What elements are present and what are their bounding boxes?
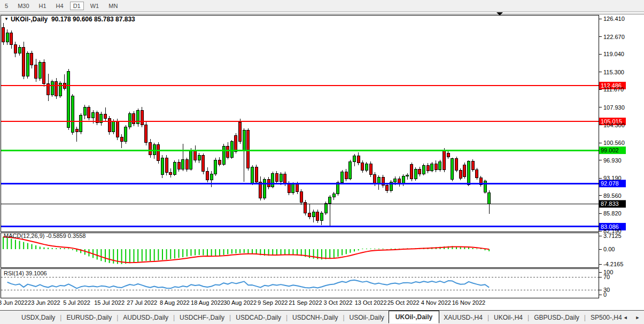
candlestick (210, 174, 213, 180)
date-axis-label: 23 Jun 2022 (28, 299, 60, 306)
candlestick (471, 161, 474, 170)
candlestick (239, 122, 242, 142)
candlestick (488, 192, 491, 204)
candlestick (353, 156, 356, 162)
timeframe-button-W1[interactable]: W1 (87, 2, 103, 10)
candlestick (316, 212, 319, 220)
candlestick (157, 144, 160, 161)
candlestick (251, 167, 254, 183)
tab-gbpusd-daily[interactable]: GBPUSD-,Daily (533, 314, 580, 321)
candlestick (431, 164, 433, 171)
tab-separator: | (343, 314, 344, 321)
candlestick (422, 166, 425, 174)
timeframe-toolbar: 5M30H1H4D1W1MN (0, 0, 644, 12)
chart-title-ohlc: 90.178 90.606 85.783 87.833 (51, 16, 135, 23)
candlestick (22, 48, 25, 76)
timeframe-button-H4[interactable]: H4 (53, 2, 67, 10)
candlestick (377, 177, 380, 183)
tab-separator: | (173, 314, 175, 321)
candlestick (133, 114, 135, 124)
date-axis-label: 27 Jul 2022 (127, 299, 157, 306)
candlestick (222, 146, 225, 164)
chart-title: ▼UKOil-,Daily 90.178 90.606 85.783 87.83… (4, 16, 135, 23)
timeframe-button-MN[interactable]: MN (105, 2, 121, 10)
timeframe-button-M30[interactable]: M30 (14, 2, 32, 10)
candlestick (443, 150, 446, 170)
candlestick (88, 107, 90, 118)
symbol-tab-bar: USDX,Daily|EURUSD-,Daily|AUDUSD-,Daily|U… (0, 310, 644, 324)
candlestick (484, 181, 486, 192)
rsi-axis-label: 70 (603, 274, 610, 280)
tab-usdchf-daily[interactable]: USDCHF-,Daily (179, 314, 226, 321)
candlestick (300, 191, 302, 203)
candlestick (235, 135, 237, 152)
timeframe-button-5[interactable]: 5 (2, 2, 11, 10)
price-axis-label: 115.300 (603, 69, 624, 75)
candlestick (263, 180, 266, 198)
tab-separator: | (286, 314, 288, 321)
candlestick (320, 213, 323, 220)
price-axis-label: 93.190 (603, 175, 622, 181)
candlestick (476, 170, 478, 178)
tab-usoil-daily[interactable]: USOil-,Daily (348, 314, 385, 321)
tab-ukoil-daily[interactable]: UKOil-,Daily (389, 311, 439, 323)
rsi-axis-label: 0 (603, 291, 607, 298)
candlestick (361, 163, 364, 170)
candlestick (410, 164, 413, 179)
candlestick (206, 172, 209, 180)
candlestick (18, 48, 21, 53)
candlestick (247, 130, 250, 168)
candlestick (161, 158, 164, 174)
tab-scroll-left-icon[interactable]: ◄ (623, 315, 628, 320)
chart-canvas[interactable]: 112.486105.01599.00292.07887.83383.08612… (0, 12, 644, 310)
candlestick (434, 164, 437, 170)
tab-sp500-h4[interactable]: SP500-,H4 (589, 314, 623, 321)
chart-title-symbol: UKOil-,Daily (11, 16, 48, 23)
candlestick (255, 167, 258, 182)
candlestick (92, 112, 95, 118)
timeframe-button-H1[interactable]: H1 (36, 2, 50, 10)
timeframe-button-D1[interactable]: D1 (70, 2, 84, 10)
trading-terminal-window: 5M30H1H4D1W1MN 112.486105.01599.00292.07… (0, 0, 644, 324)
price-axis-label: 119.040 (603, 51, 624, 57)
candlestick (259, 182, 262, 198)
candlestick (275, 173, 278, 181)
price-axis-label: 126.410 (603, 16, 625, 22)
tab-usdcnh-daily[interactable]: USDCNH-,Daily (291, 314, 339, 321)
tab-xauusd-h4[interactable]: XAUUSD-,H4 (443, 314, 484, 321)
candlestick (104, 114, 107, 119)
tab-ukoil-h4[interactable]: UKOil-,H4 (493, 314, 524, 321)
candlestick (169, 172, 172, 174)
tab-eurusd-daily[interactable]: EURUSD-,Daily (65, 314, 113, 321)
candlestick (304, 203, 307, 213)
date-axis-label: 3 Oct 2022 (324, 299, 353, 306)
candlestick (418, 169, 421, 174)
candlestick (75, 129, 78, 132)
date-axis-label: 25 Oct 2022 (387, 299, 420, 306)
candlestick (357, 156, 360, 163)
price-axis-label: 100.560 (603, 140, 625, 146)
macd-axis-label: 0.00 (603, 246, 615, 252)
candlestick (324, 204, 327, 213)
chart-collapse-icon[interactable]: ▼ (4, 17, 9, 21)
candlestick (341, 172, 344, 182)
candlestick (125, 127, 127, 142)
rsi-panel (1, 269, 599, 298)
candlestick (227, 146, 229, 158)
price-axis-label: 107.930 (603, 104, 625, 111)
date-axis-label: 18 Aug 2022 (191, 299, 224, 306)
candlestick (284, 174, 286, 184)
price-axis-label: 89.560 (603, 192, 622, 199)
candlestick (182, 159, 184, 169)
candlestick (426, 166, 429, 171)
candlestick (194, 150, 197, 160)
candlestick (369, 164, 372, 175)
candlestick (35, 65, 37, 78)
candlestick (116, 121, 119, 137)
tab-scroll-right-icon[interactable]: ► (635, 315, 640, 320)
candlestick (288, 184, 290, 193)
tab-usdcad-daily[interactable]: USDCAD-,Daily (235, 314, 282, 321)
tab-audusd-daily[interactable]: AUDUSD-,Daily (122, 314, 169, 321)
tab-usdx-daily[interactable]: USDX,Daily (20, 314, 56, 321)
candlestick (120, 137, 123, 142)
